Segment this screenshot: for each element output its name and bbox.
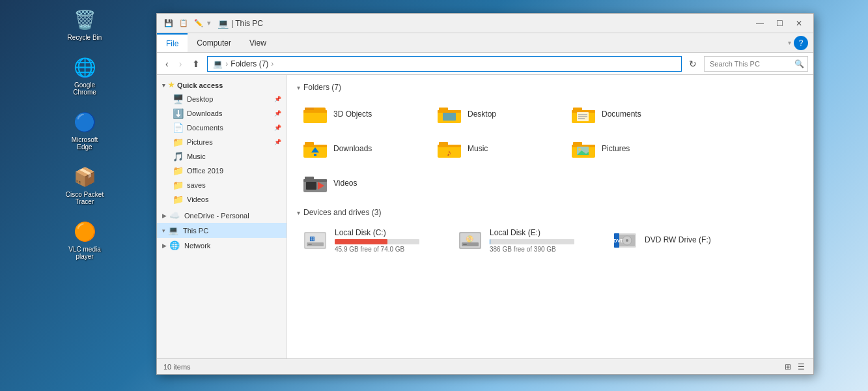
back-button[interactable]: ‹ bbox=[162, 57, 172, 70]
folder-documents[interactable]: Documents bbox=[565, 98, 695, 129]
sidebar-documents-label: Documents bbox=[187, 124, 223, 132]
drive-local-disk-e[interactable]: 📀 Local Disk (E:) 386 GB free of 390 GB bbox=[452, 224, 602, 257]
local-disk-e-info: Local Disk (E:) 386 GB free of 390 GB bbox=[490, 228, 596, 253]
desktop-icon-vlc[interactable]: 🟠 VLC media player bbox=[65, 218, 104, 260]
documents-folder-thumb bbox=[570, 102, 596, 125]
desktop-folder-label: Desktop bbox=[468, 109, 496, 119]
music-folder-thumb: ♪ bbox=[436, 137, 462, 160]
folders-grid: 3D Objects Desktop Documents bbox=[297, 98, 804, 198]
local-disk-e-space: 386 GB free of 390 GB bbox=[490, 246, 596, 253]
search-input[interactable] bbox=[710, 60, 794, 68]
large-icons-view-button[interactable]: ⊞ bbox=[783, 362, 793, 372]
downloads-folder-thumb bbox=[302, 137, 328, 160]
quick-access-chevron: ▾ bbox=[162, 82, 165, 89]
dvd-rw-name: DVD RW Drive (F:) bbox=[645, 235, 751, 244]
sidebar-item-downloads[interactable]: ⬇️ Downloads 📌 bbox=[157, 106, 287, 121]
window-title: | This PC bbox=[231, 19, 263, 28]
sidebar-onedrive[interactable]: ▶ ☁️ OneDrive - Personal bbox=[157, 208, 287, 223]
devices-section-header[interactable]: ▾ Devices and drives (3) bbox=[297, 208, 804, 217]
minimize-button[interactable]: — bbox=[751, 17, 769, 30]
folder-music[interactable]: ♪ Music bbox=[431, 133, 561, 164]
path-segment-this-pc: Folders (7) bbox=[231, 59, 268, 68]
maximize-button[interactable]: ☐ bbox=[770, 17, 789, 30]
svg-point-50 bbox=[626, 239, 628, 242]
svg-rect-38 bbox=[308, 244, 312, 245]
recycle-bin-icon: 🗑️ bbox=[72, 7, 98, 33]
path-separator-2: › bbox=[271, 59, 273, 68]
view-controls: ⊞ ☰ bbox=[783, 362, 807, 372]
refresh-button[interactable]: ↻ bbox=[686, 57, 700, 70]
qa-properties-button[interactable]: 📋 bbox=[177, 17, 190, 30]
pictures-pin-icon: 📌 bbox=[274, 139, 281, 145]
edge-icon: 🔵 bbox=[72, 109, 98, 135]
network-label: Network bbox=[184, 242, 210, 250]
up-button[interactable]: ⬆ bbox=[189, 57, 203, 70]
svg-rect-32 bbox=[305, 177, 314, 180]
close-button[interactable]: ✕ bbox=[790, 17, 808, 30]
documents-pin-icon: 📌 bbox=[274, 124, 281, 131]
sidebar-item-videos[interactable]: 📁 Videos bbox=[157, 192, 287, 207]
sidebar-item-saves[interactable]: 📁 saves bbox=[157, 178, 287, 192]
folders-chevron-icon: ▾ bbox=[297, 84, 300, 91]
details-view-button[interactable]: ☰ bbox=[796, 362, 807, 372]
network-icon: 🌐 bbox=[169, 240, 180, 250]
folder-downloads[interactable]: Downloads bbox=[297, 133, 427, 164]
sidebar-network[interactable]: ▶ 🌐 Network bbox=[157, 238, 287, 253]
ribbon-tab-view[interactable]: View bbox=[240, 33, 275, 52]
sidebar-this-pc[interactable]: ▾ 💻 This PC bbox=[157, 223, 287, 238]
quick-access-label: Quick access bbox=[177, 81, 223, 89]
svg-rect-26 bbox=[573, 142, 582, 145]
svg-text:⊞: ⊞ bbox=[309, 235, 315, 242]
path-separator-1: › bbox=[225, 59, 228, 68]
videos-folder-icon: 📁 bbox=[173, 194, 184, 205]
drive-dvd-rw[interactable]: DVD DVD RW Drive (F:) bbox=[607, 224, 757, 257]
address-bar: ‹ › ⬆ 💻 › Folders (7) › ↻ 🔍 bbox=[157, 53, 813, 75]
folders-section-header[interactable]: ▾ Folders (7) bbox=[297, 83, 804, 92]
ribbon-tab-file[interactable]: File bbox=[157, 33, 188, 52]
onedrive-icon: ☁️ bbox=[169, 210, 180, 220]
music-folder-label: Music bbox=[468, 144, 488, 153]
help-button[interactable]: ? bbox=[794, 36, 808, 50]
qa-rename-button[interactable]: ✏️ bbox=[192, 17, 205, 30]
desktop-icon-edge[interactable]: 🔵 Microsoft Edge bbox=[65, 109, 104, 151]
desktop-icon-chrome[interactable]: 🌐 Google Chrome bbox=[65, 54, 104, 96]
explorer-window: 💾 📋 ✏️ ▾ 💻 | This PC — ☐ ✕ File Computer… bbox=[156, 13, 814, 375]
folder-desktop[interactable]: Desktop bbox=[431, 98, 561, 129]
local-disk-c-bar-container bbox=[335, 239, 419, 244]
sidebar-item-office2019[interactable]: 📁 Office 2019 bbox=[157, 164, 287, 178]
devices-chevron-icon: ▾ bbox=[297, 209, 300, 216]
sidebar-item-music[interactable]: 🎵 Music bbox=[157, 149, 287, 164]
search-box[interactable]: 🔍 bbox=[704, 56, 808, 72]
ribbon-tab-computer[interactable]: Computer bbox=[188, 33, 240, 52]
quick-access-header[interactable]: ▾ ★ Quick access bbox=[157, 78, 287, 92]
sidebar-desktop-label: Desktop bbox=[187, 95, 213, 103]
sidebar-item-documents[interactable]: 📄 Documents 📌 bbox=[157, 121, 287, 135]
local-disk-e-icon: 📀 bbox=[457, 227, 483, 253]
forward-button[interactable]: › bbox=[176, 57, 186, 70]
window-icon: 💻 bbox=[217, 18, 229, 29]
content-area: ▾ Folders (7) 3D Objects bbox=[287, 75, 813, 358]
desktop-icon-cisco[interactable]: 📦 Cisco Packet Tracer bbox=[65, 164, 104, 205]
folder-3d-objects[interactable]: 3D Objects bbox=[297, 98, 427, 129]
sidebar-item-pictures[interactable]: 📁 Pictures 📌 bbox=[157, 135, 287, 149]
drives-grid: ⊞ Local Disk (C:) 45.9 GB free of 74.0 G… bbox=[297, 224, 804, 257]
qa-save-button[interactable]: 💾 bbox=[162, 17, 175, 30]
address-path[interactable]: 💻 › Folders (7) › bbox=[207, 56, 682, 72]
path-icon: 💻 bbox=[213, 59, 223, 68]
desktop-icon-recycle-bin[interactable]: 🗑️ Recycle Bin bbox=[65, 7, 104, 41]
sidebar-item-desktop[interactable]: 🖥️ Desktop 📌 bbox=[157, 92, 287, 106]
svg-rect-3 bbox=[303, 110, 327, 113]
folder-pictures[interactable]: Pictures bbox=[565, 133, 695, 164]
saves-folder-icon: 📁 bbox=[173, 180, 184, 190]
folder-videos[interactable]: Videos bbox=[297, 167, 427, 198]
drive-local-disk-c[interactable]: ⊞ Local Disk (C:) 45.9 GB free of 74.0 G… bbox=[297, 224, 447, 257]
title-bar-controls: — ☐ ✕ bbox=[751, 17, 808, 30]
quick-access-star-icon: ★ bbox=[168, 81, 175, 89]
local-disk-e-bar-container bbox=[490, 239, 574, 244]
qa-separator: ▾ bbox=[207, 19, 211, 27]
desktop: 🗑️ Recycle Bin 🌐 Google Chrome 🔵 Microso… bbox=[0, 0, 868, 391]
3d-objects-label: 3D Objects bbox=[333, 109, 372, 119]
svg-text:♪: ♪ bbox=[447, 147, 451, 158]
sidebar-office2019-label: Office 2019 bbox=[187, 167, 223, 175]
network-chevron-icon: ▶ bbox=[162, 242, 167, 249]
